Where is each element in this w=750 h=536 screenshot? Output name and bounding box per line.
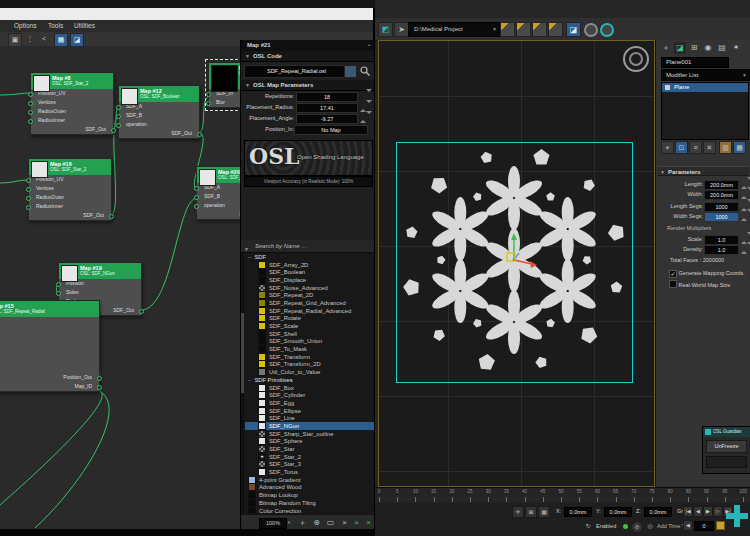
toolbar-icon-render-preset[interactable] — [548, 22, 563, 37]
browser-item[interactable]: Bitmap Random Tiling — [245, 499, 374, 507]
timeline-tick[interactable] — [579, 497, 580, 502]
menu-utilities[interactable]: Utilities — [74, 20, 95, 32]
menu-tools[interactable]: Tools — [48, 20, 63, 32]
browser-item[interactable]: ★SDF_Star_2 — [245, 453, 374, 461]
node-input-slot[interactable]: SDF_B — [197, 192, 241, 201]
browser-item[interactable]: Bitmap Lookup — [245, 491, 374, 499]
browser-item[interactable]: SDF_Boolean — [245, 268, 374, 276]
browser-item[interactable]: SDF_Array_2D — [245, 261, 374, 269]
magnifier-icon[interactable] — [359, 65, 371, 77]
length-segs-field[interactable]: 1000 — [704, 202, 739, 212]
modifier-list-dropdown[interactable]: Modifier List ▼ — [661, 69, 750, 81]
browser-item[interactable]: SDF_Rotate — [245, 315, 374, 323]
zoom-extents-icon[interactable]: × — [339, 517, 350, 528]
modifier-stack[interactable]: Plane — [661, 82, 749, 140]
x-field[interactable]: 0.0mm — [564, 507, 592, 517]
toolbar-icon-rendered-frame[interactable] — [532, 22, 547, 37]
key-mode-button[interactable]: ◀ — [683, 520, 693, 531]
grid-icon[interactable]: ▦ — [538, 506, 550, 518]
node-input-slot[interactable]: SDF_B — [119, 111, 199, 120]
browser-item[interactable]: SDF_Transform — [245, 353, 374, 361]
placement-radius-field[interactable]: 17.41 — [296, 103, 358, 113]
osl-guardian-panel[interactable]: OSL Guardian UnFreeze — [702, 426, 750, 474]
timeline-tick[interactable] — [452, 497, 453, 502]
key-icon[interactable] — [716, 521, 725, 530]
timeline-tick[interactable] — [561, 497, 562, 502]
browser-item[interactable]: SDF_Repeat_2D — [245, 291, 374, 299]
placement-angle-field[interactable]: -9.27 — [296, 114, 358, 124]
z-field[interactable]: 0.0mm — [644, 507, 672, 517]
node-output-slot[interactable]: SDF_Out — [119, 129, 199, 138]
toolbar-icon-material-editor[interactable] — [500, 22, 515, 37]
generate-mapping-coords-row[interactable]: ✓ Generate Mapping Coords. — [669, 270, 745, 278]
show-end-result-button[interactable]: ⊡ — [675, 141, 688, 154]
browser-item[interactable]: SDF_Scale — [245, 322, 374, 330]
pan-tool-icon[interactable]: ＋ — [297, 517, 308, 528]
toolbar-icon-render-setup[interactable] — [516, 22, 531, 37]
current-frame-field[interactable]: 0 — [694, 521, 714, 531]
timeline-tick[interactable] — [597, 497, 598, 502]
browser-item[interactable]: SDF_Line — [245, 414, 374, 422]
toolbar-icon-render-production[interactable] — [600, 23, 614, 37]
lock-stack-button[interactable]: ▥ — [719, 141, 732, 154]
node-input-slot[interactable]: Blur — [209, 98, 241, 107]
hierarchy-tab-icon[interactable]: ⊞ — [688, 42, 700, 54]
timeline-tick[interactable] — [707, 497, 708, 502]
menu-options[interactable]: Options — [14, 20, 36, 32]
node-input-slot[interactable]: operation — [119, 120, 199, 129]
pin-stack-button[interactable]: ⌖ — [661, 141, 674, 154]
stack-item-plane[interactable]: Plane — [662, 83, 748, 92]
placement-angle-spinner[interactable] — [360, 114, 366, 123]
timeline-tick[interactable] — [470, 497, 471, 502]
browser-item[interactable]: SDF_Displace — [245, 276, 374, 284]
pan-navigation-icon[interactable] — [726, 505, 748, 527]
mute-icon[interactable]: ⊘ — [631, 521, 643, 533]
node-input-slot[interactable]: Sides — [59, 288, 141, 297]
browser-item[interactable]: SDF_Smooth_Union — [245, 338, 374, 346]
node-output-slot[interactable]: SDF_Out — [197, 210, 241, 219]
browser-item[interactable]: Util_Color_to_Value — [245, 368, 374, 376]
motion-tab-icon[interactable]: ◉ — [702, 42, 714, 54]
timeline-tick[interactable] — [743, 497, 744, 502]
node-output-slot[interactable]: Position_Out — [0, 373, 99, 382]
map-parameter-header[interactable]: Map #21 • — [241, 40, 374, 51]
browser-item[interactable]: SDF_Star — [245, 445, 374, 453]
timeline-tick[interactable] — [488, 497, 489, 502]
browser-item[interactable]: SDF_Repeat_Grid_Advanced — [245, 299, 374, 307]
density-spinner[interactable] — [741, 245, 747, 254]
browser-item[interactable]: SDF_Egg — [245, 399, 374, 407]
show-grid-icon[interactable]: ▦ — [54, 33, 68, 47]
browser-item[interactable]: SDF_Star_3 — [245, 461, 374, 469]
browser-item[interactable]: SDF_Torus — [245, 468, 374, 476]
toolbar-icon-slate-editor-active[interactable]: ◪ — [566, 22, 581, 37]
toolbar-icon-render-iterative[interactable] — [584, 23, 598, 37]
play-button[interactable]: ▶ — [703, 506, 713, 517]
node-input-slot[interactable]: operation — [197, 201, 241, 210]
zoom-region-icon[interactable]: ▭ — [325, 517, 336, 528]
search-input[interactable]: ▼ Search by Name ... — [241, 240, 374, 253]
node-input-slot[interactable]: RadiusOuter — [31, 107, 113, 116]
connector-style-icon[interactable]: < — [38, 33, 50, 45]
zoom-tool-icon[interactable]: ⊕ — [311, 517, 322, 528]
remove-modifier-button[interactable]: ✕ — [703, 141, 716, 154]
timeline-tick[interactable] — [616, 497, 617, 502]
node-input-slot[interactable]: Vertices — [31, 98, 113, 107]
show-preview-icon[interactable]: ◪ — [70, 33, 84, 47]
parameters-rollout-header[interactable]: ▼ Parameters — [658, 166, 749, 176]
width-field[interactable]: 200.0mm — [704, 190, 739, 200]
orbit-gizmo-icon[interactable] — [623, 46, 649, 72]
node-input-slot[interactable]: RadiusInner — [31, 116, 113, 125]
create-tab-icon[interactable]: ＋ — [660, 42, 672, 54]
node-output-slot[interactable]: Map_ID — [0, 382, 99, 391]
browser-item[interactable]: SDF_Ellipse — [245, 407, 374, 415]
toolbar-icon-select[interactable]: ➤ — [394, 22, 409, 37]
zoom-extents-selected-icon[interactable]: × — [351, 517, 362, 528]
timeline-tick[interactable] — [525, 497, 526, 502]
timeline-tick[interactable] — [379, 497, 380, 502]
node-header[interactable]: Map #15OSL: SDF_Repeat_Radial — [0, 301, 99, 317]
y-field[interactable]: 0.0mm — [604, 507, 632, 517]
unfreeze-button[interactable]: UnFreeze — [706, 440, 747, 453]
more-options-icon[interactable]: ⋮ — [24, 33, 36, 45]
graph-node[interactable]: Map #20OSL: SDF_BooleanSDF_ASDF_Boperati… — [196, 166, 241, 220]
browser-item[interactable]: SDF_Cylinder — [245, 391, 374, 399]
